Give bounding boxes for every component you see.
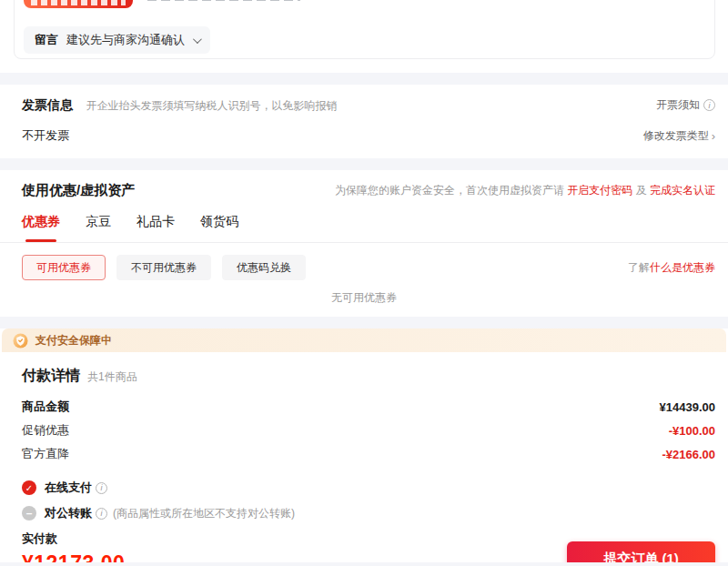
filter-available-coupons[interactable]: 可用优惠券 bbox=[22, 255, 106, 280]
invoice-current-option[interactable]: 不开发票 bbox=[22, 127, 69, 144]
assets-section: 使用优惠/虚拟资产 为保障您的账户资金安全，首次使用虚拟资产请 开启支付密码 及… bbox=[0, 170, 728, 317]
clipped-gray-text bbox=[147, 0, 300, 1]
tab-pickup-code[interactable]: 领货码 bbox=[200, 207, 238, 242]
payment-method-online[interactable]: ✓ 在线支付 i bbox=[22, 480, 715, 496]
chevron-right-icon: › bbox=[712, 129, 715, 143]
promo-badge bbox=[24, 0, 133, 8]
invoice-notice-link[interactable]: 开票须知 i bbox=[656, 97, 715, 113]
info-icon: i bbox=[96, 482, 107, 494]
security-banner-text: 支付安全保障中 bbox=[35, 333, 112, 349]
tab-coupon[interactable]: 优惠券 bbox=[22, 207, 60, 242]
promo-discount-value: -¥100.00 bbox=[669, 424, 715, 438]
transfer-disabled-note: (商品属性或所在地区不支持对公转账) bbox=[113, 506, 295, 521]
item-count: 共1件商品 bbox=[87, 370, 137, 383]
goods-amount-value: ¥14439.00 bbox=[660, 400, 715, 414]
filter-redeem-code[interactable]: 优惠码兑换 bbox=[222, 255, 306, 280]
message-value: 建议先与商家沟通确认 bbox=[66, 32, 185, 48]
price-row: 官方直降 -¥2166.00 bbox=[22, 446, 715, 462]
order-message-card: 留言 建议先与商家沟通确认 bbox=[14, 0, 715, 59]
invoice-hint: 开企业抬头发票须填写纳税人识别号，以免影响报销 bbox=[86, 99, 337, 112]
invoice-section: 发票信息 开企业抬头发票须填写纳税人识别号，以免影响报销 开票须知 i 不开发票… bbox=[0, 85, 728, 158]
info-icon: i bbox=[96, 508, 107, 520]
modify-invoice-type-link[interactable]: 修改发票类型 › bbox=[643, 128, 715, 144]
what-is-coupon-link[interactable]: 什么是优惠券 bbox=[650, 261, 715, 274]
section-divider bbox=[0, 158, 728, 170]
filter-unavailable-coupons[interactable]: 不可用优惠券 bbox=[116, 255, 211, 280]
assets-title: 使用优惠/虚拟资产 bbox=[22, 182, 135, 199]
payment-heading: 付款详情共1件商品 bbox=[22, 367, 715, 386]
info-icon: i bbox=[703, 99, 715, 111]
price-row: 促销优惠 -¥100.00 bbox=[22, 422, 715, 439]
assets-security-note: 为保障您的账户资金安全，首次使用虚拟资产请 开启支付密码 及 完成实名认证 bbox=[335, 183, 715, 198]
section-divider bbox=[0, 317, 728, 328]
tab-giftcard[interactable]: 礼品卡 bbox=[136, 207, 175, 242]
tab-jingdou[interactable]: 京豆 bbox=[86, 207, 111, 242]
payment-security-banner: 支付安全保障中 bbox=[2, 328, 726, 352]
assets-tabs: 优惠券 京豆 礼品卡 领货码 bbox=[0, 207, 728, 243]
payment-method-transfer: – 对公转账 i (商品属性或所在地区不支持对公转账) bbox=[22, 505, 715, 521]
payment-details-section: 付款详情共1件商品 商品金额 ¥14439.00 促销优惠 -¥100.00 官… bbox=[0, 352, 728, 566]
official-discount-value: -¥2166.00 bbox=[662, 448, 715, 461]
total-label: 实付款 bbox=[22, 531, 125, 547]
chevron-down-icon bbox=[193, 35, 202, 44]
shield-icon bbox=[13, 333, 28, 349]
invoice-title: 发票信息 bbox=[22, 97, 73, 112]
total-block: 实付款 ¥12173.00 bbox=[22, 531, 125, 566]
price-row: 商品金额 ¥14439.00 bbox=[22, 399, 715, 415]
payment-title: 付款详情 bbox=[22, 368, 80, 383]
message-label: 留言 bbox=[35, 32, 58, 48]
seller-message-dropdown[interactable]: 留言 建议先与商家沟通确认 bbox=[24, 26, 210, 54]
complete-realname-link[interactable]: 完成实名认证 bbox=[650, 184, 715, 197]
checked-radio-icon[interactable]: ✓ bbox=[22, 480, 36, 495]
enable-pay-password-link[interactable]: 开启支付密码 bbox=[567, 184, 632, 197]
coupon-filter-row: 可用优惠券 不可用优惠券 优惠码兑换 了解什么是优惠券 bbox=[22, 255, 715, 280]
promo-badge-clipped-text bbox=[31, 0, 126, 5]
invoice-heading: 发票信息 开企业抬头发票须填写纳税人识别号，以免影响报销 bbox=[22, 96, 337, 114]
section-divider bbox=[0, 73, 728, 85]
no-coupon-message: 无可用优惠券 bbox=[0, 290, 728, 317]
learn-coupon-text: 了解什么是优惠券 bbox=[628, 260, 715, 276]
disabled-radio-icon: – bbox=[22, 506, 36, 521]
bottom-divider bbox=[0, 562, 728, 566]
